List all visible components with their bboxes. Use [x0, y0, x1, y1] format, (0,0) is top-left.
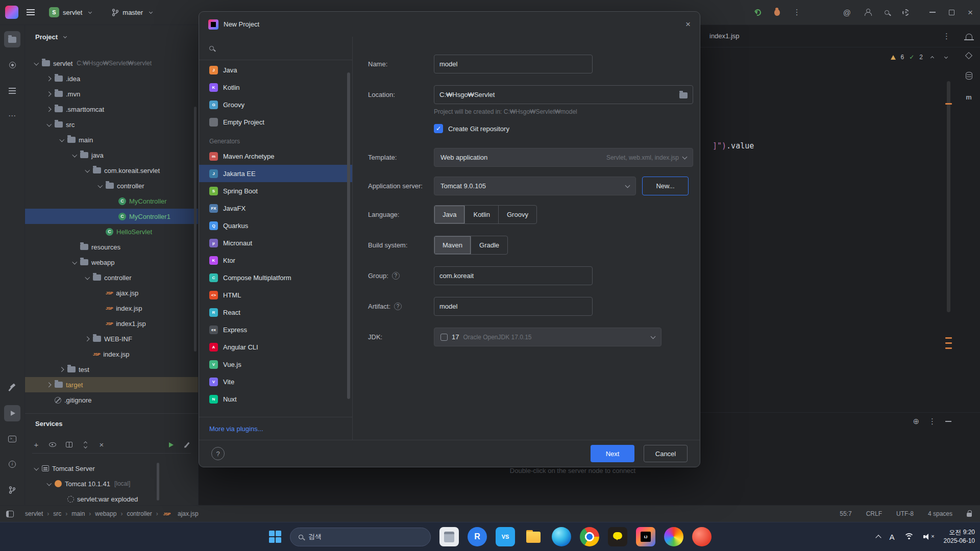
- maven-icon[interactable]: m: [966, 93, 972, 101]
- taskbar-red-app[interactable]: [692, 527, 712, 546]
- chevron-closed-icon[interactable]: [83, 337, 92, 341]
- database-icon[interactable]: [966, 72, 972, 80]
- inspection-widget[interactable]: 6 ✓ 2: [891, 54, 950, 61]
- chevron-closed-icon[interactable]: [45, 383, 54, 387]
- taskbar-search[interactable]: 검색: [290, 528, 431, 546]
- next-button[interactable]: Next: [591, 445, 634, 462]
- tree-row-webapp[interactable]: webapp: [25, 255, 198, 270]
- tab-options-icon[interactable]: ⋮: [943, 25, 951, 47]
- taskbar-chrome-browser[interactable]: [580, 527, 599, 546]
- group-help-icon[interactable]: ?: [392, 272, 400, 280]
- taskbar-intellij-idea[interactable]: IJ: [636, 527, 655, 546]
- more-via-plugins-link[interactable]: More via plugins...: [199, 417, 352, 440]
- project-tree-scrollbar[interactable]: [194, 107, 197, 352]
- tree-row-mycontroller[interactable]: CMyController: [25, 193, 198, 209]
- chevron-closed-icon[interactable]: [45, 77, 54, 81]
- chevron-closed-icon[interactable]: [45, 108, 54, 111]
- start-button[interactable]: [269, 531, 281, 543]
- prev-problem-icon[interactable]: [928, 57, 937, 58]
- tree-row-helloservlet[interactable]: CHelloServlet: [25, 224, 198, 239]
- tree-row-tomcat-server[interactable]: Tomcat Server: [25, 461, 198, 476]
- generator-item-html[interactable]: <>HTML: [199, 286, 352, 304]
- problems-toolwindow-button[interactable]: i: [4, 456, 20, 472]
- main-menu-icon[interactable]: [27, 9, 35, 15]
- tree-row-idea[interactable]: .idea: [25, 71, 198, 86]
- add-service-icon[interactable]: +: [32, 440, 40, 449]
- chevron-open-icon[interactable]: [32, 467, 41, 470]
- commit-toolwindow-button[interactable]: [4, 57, 20, 73]
- chevron-open-icon[interactable]: [45, 483, 54, 485]
- more-actions-icon[interactable]: ⋮: [793, 8, 801, 17]
- generator-item-compose-multiplatform[interactable]: CCompose Multiplatform: [199, 269, 352, 286]
- artifact-field[interactable]: [434, 297, 593, 316]
- server-new-button[interactable]: New...: [642, 177, 689, 195]
- location-input[interactable]: [439, 91, 675, 98]
- view-options-icon[interactable]: [48, 442, 57, 447]
- generator-item-nuxt[interactable]: NNuxt: [199, 390, 352, 408]
- tree-row-index1-jsp[interactable]: JSPindex1.jsp: [25, 316, 198, 331]
- chevron-open-icon[interactable]: [58, 139, 66, 141]
- template-combo[interactable]: Web application Servlet, web.xml, index.…: [434, 148, 693, 167]
- terminal-toolwindow-button[interactable]: >_: [4, 431, 20, 447]
- taskbar-clock[interactable]: 오전 9:20 2025-06-10: [944, 528, 975, 545]
- group-input[interactable]: [439, 272, 587, 280]
- artifact-input[interactable]: [439, 303, 587, 310]
- chevron-open-icon[interactable]: [45, 123, 54, 126]
- tray-overflow-icon[interactable]: [875, 535, 881, 540]
- name-field[interactable]: [434, 55, 593, 73]
- taskbar-vscode[interactable]: VS: [496, 527, 515, 546]
- project-widget[interactable]: S servlet: [46, 5, 97, 19]
- chevron-open-icon[interactable]: [70, 261, 79, 264]
- layout-icon[interactable]: [6, 511, 14, 517]
- run-service-icon[interactable]: [166, 442, 175, 447]
- panel-options-icon[interactable]: ⋮: [928, 417, 936, 426]
- settings-icon[interactable]: [902, 9, 909, 16]
- services-scrollbar[interactable]: [157, 463, 159, 500]
- tree-row-src[interactable]: src: [25, 117, 198, 132]
- breadcrumb-item-ajax-jsp[interactable]: ajax.jsp: [178, 510, 199, 517]
- ime-indicator[interactable]: A: [890, 533, 895, 541]
- segment-gradle[interactable]: Gradle: [471, 236, 507, 254]
- encoding[interactable]: UTF-8: [896, 510, 914, 517]
- tree-row-web-inf[interactable]: WEB-INF: [25, 331, 198, 346]
- vcs-branch-widget[interactable]: master: [109, 7, 158, 18]
- tree-row-index-jsp[interactable]: JSPindex.jsp: [25, 300, 198, 316]
- help-button[interactable]: ?: [211, 447, 225, 460]
- rerun-icon[interactable]: [753, 8, 762, 17]
- group-field[interactable]: [434, 266, 593, 285]
- tree-row-tomcat-10-1-41[interactable]: Tomcat 10.1.41[local]: [25, 476, 198, 491]
- volume-muted-icon[interactable]: ×: [923, 533, 935, 540]
- search-everywhere-icon[interactable]: [885, 10, 889, 15]
- target-icon[interactable]: ⊕: [913, 417, 919, 426]
- taskbar-edge-browser[interactable]: [552, 527, 571, 546]
- generator-item-express[interactable]: exExpress: [199, 321, 352, 338]
- tree-row-controller[interactable]: controller: [25, 178, 198, 193]
- code-line[interactable]: ]").value: [713, 141, 754, 151]
- tree-row-index-jsp[interactable]: JSPindex.jsp: [25, 346, 198, 362]
- tree-row-ajax-jsp[interactable]: JSPajax.jsp: [25, 285, 198, 300]
- indent-setting[interactable]: 4 spaces: [928, 510, 952, 517]
- breadcrumb-item-servlet[interactable]: servlet: [25, 510, 43, 517]
- tree-row-target[interactable]: target: [25, 377, 198, 392]
- jdk-combo[interactable]: 17 Oracle OpenJDK 17.0.15: [434, 328, 662, 346]
- vcs-toolwindow-button[interactable]: [4, 482, 20, 498]
- name-input[interactable]: [439, 60, 587, 68]
- breadcrumb-item-src[interactable]: src: [53, 510, 61, 517]
- clear-icon[interactable]: ×: [97, 440, 106, 449]
- generator-item-ktor[interactable]: KKtor: [199, 252, 352, 269]
- segment-java[interactable]: Java: [434, 206, 465, 223]
- generator-item-react[interactable]: RReact: [199, 304, 352, 321]
- account-icon[interactable]: [864, 9, 871, 16]
- segment-kotlin[interactable]: Kotlin: [465, 206, 499, 223]
- structure-toolwindow-button[interactable]: [4, 82, 20, 98]
- project-toolwindow-button[interactable]: [4, 31, 20, 47]
- tree-row-servlet[interactable]: servletC:₩Hsgo₩Servlet₩servlet: [25, 56, 198, 71]
- chevron-open-icon[interactable]: [83, 169, 92, 172]
- expand-collapse-icon[interactable]: [81, 442, 89, 448]
- editor-scrollbar[interactable]: [947, 81, 950, 312]
- line-ending[interactable]: CRLF: [866, 510, 882, 517]
- lock-icon[interactable]: [967, 513, 972, 517]
- maximize-window-icon[interactable]: [949, 10, 954, 15]
- minimize-window-icon[interactable]: [929, 12, 936, 13]
- debug-icon[interactable]: [774, 9, 780, 16]
